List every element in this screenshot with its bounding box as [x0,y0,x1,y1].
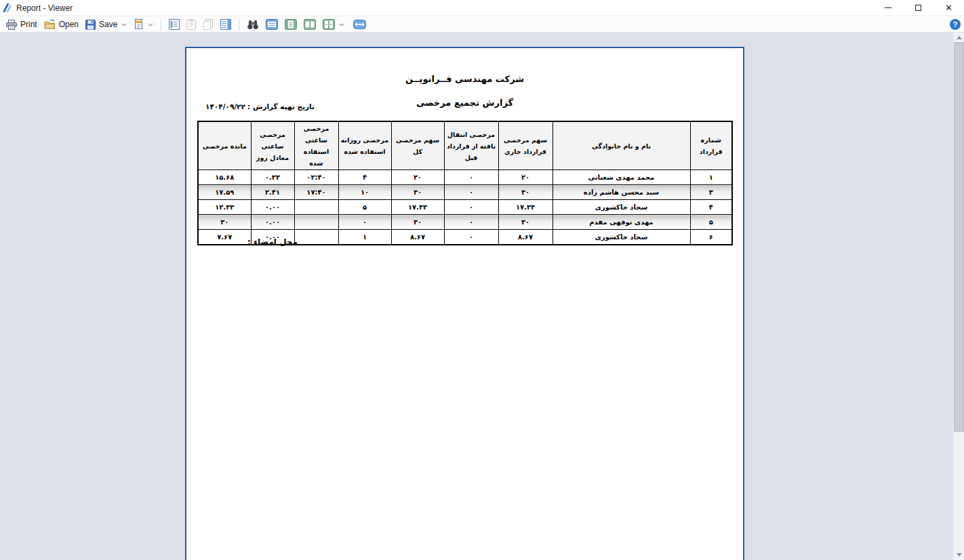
table-cell: سجاد خاکشوری [553,230,690,245]
print-button[interactable]: Print [3,19,41,31]
help-button[interactable]: ? [950,19,961,30]
table-row: ۳۰۰.۰۰۰۳۰۰۳۰مهدی توفهی مقدم۵ [198,215,732,230]
column-header: مرخصی انتقال یافته از قرارداد قبل [444,121,498,170]
clipboard-question-icon: ? [186,19,196,30]
save-button[interactable]: Save [82,19,130,31]
maximize-button[interactable] [903,0,933,16]
table-cell: ۱۷.۳۳ [498,200,553,215]
report-date-value: ۱۴۰۴/۰۹/۲۲ [205,102,245,111]
column-header: مانده مرخصی [198,121,251,170]
close-button[interactable]: ✕ [933,0,964,16]
outline-panel-icon [169,19,180,30]
table-cell: ۰ [444,200,498,215]
maximize-icon [915,5,921,11]
table-cell: ۰ [444,215,498,230]
table-cell: ۰ [338,215,391,230]
table-row: ۱۵.۶۸۰.۳۲۰۲:۴۰۴۲۰۰۲۰محمد مهدی شعبانی۱ [198,170,732,185]
view-mode-dropdown-chevron-icon[interactable] [339,23,344,26]
save-icon [85,20,96,30]
table-header-row: مانده مرخصی مرخصی ساعتی معادل روز مرخصی … [198,121,732,170]
open-folder-icon [44,20,56,29]
table-cell: ۱۷:۴۰ [294,185,338,200]
page-setup-button[interactable] [130,18,157,31]
table-cell: ۱۵.۶۸ [198,170,251,185]
table-cell: ۸.۶۷ [498,230,553,245]
table-columns-button[interactable] [217,18,235,31]
report-table-wrap: مانده مرخصی مرخصی ساعتی معادل روز مرخصی … [197,121,733,245]
table-cell: ۵ [338,200,391,215]
title-bar[interactable]: Report - Viewer ✕ [0,0,964,16]
table-cell: ۰ [444,185,498,200]
company-name: شرکت مهندسی فــرانویــن [186,74,743,84]
copy-pages-icon [203,19,214,30]
fit-page-width-icon [353,20,366,29]
find-button[interactable] [243,19,262,31]
multi-page-grid-view-icon [323,19,335,30]
column-header: نام و نام خانوادگی [553,121,690,170]
column-header: مرخصی ساعتی معادل روز [251,121,294,170]
table-cell: ۱۷.۵۹ [198,185,251,200]
toolbar-separator [161,19,161,31]
table-cell: ۵ [690,215,732,230]
save-label: Save [99,20,117,29]
table-cell: ۰.۳۲ [251,170,294,185]
toolbar-separator [239,19,239,31]
scrollbar-thumb[interactable] [954,42,964,432]
table-cell: ۳۰ [498,215,553,230]
table-cell: ۳ [690,185,732,200]
table-cell: ۶ [690,230,732,245]
table-cell [294,230,338,245]
svg-text:?: ? [190,22,193,28]
open-label: Open [59,20,79,29]
table-cell: ۳۰ [391,215,444,230]
report-page: شرکت مهندسی فــرانویــن گزارش تجمیع مرخص… [185,47,744,560]
close-icon: ✕ [945,3,952,12]
open-button[interactable]: Open [41,19,82,30]
column-header: شماره قرارداد [690,121,732,170]
table-cell: ۲۰ [498,170,553,185]
report-viewport: شرکت مهندسی فــرانویــن گزارش تجمیع مرخص… [0,33,964,560]
table-row: ۱۲.۳۳۰.۰۰۵۱۷.۳۳۰۱۷.۳۳سجاد خاکشوری۴ [198,200,732,215]
table-cell: ۰.۰۰ [251,215,294,230]
table-cell: ۱ [338,230,391,245]
table-cell: ۲.۴۱ [251,185,294,200]
parameters-button[interactable] [165,18,183,31]
table-cell: ۱۰ [338,185,391,200]
table-cell: ۴ [338,170,391,185]
report-date-row: تاریخ تهیه گزارش : ۱۴۰۴/۰۹/۲۲ [205,102,315,111]
fit-page-width-button[interactable] [350,19,369,30]
page-setup-dropdown-chevron-icon[interactable] [148,23,153,26]
report-table: مانده مرخصی مرخصی ساعتی معادل روز مرخصی … [197,121,733,245]
table-cell: ۰.۰۰ [251,200,294,215]
report-table-body: ۱۵.۶۸۰.۳۲۰۲:۴۰۴۲۰۰۲۰محمد مهدی شعبانی۱۱۷.… [198,170,732,245]
view-single-page-button[interactable] [262,18,281,31]
table-cell: ۰۲:۴۰ [294,170,338,185]
view-continuous-button[interactable] [281,18,300,31]
table-cell: سید محسن هاشم زاده [553,185,690,200]
table-cell: ۸.۶۷ [391,230,444,245]
app-logo-icon [2,3,12,13]
table-cell: سجاد خاکشوری [553,200,690,215]
scroll-up-icon[interactable] [957,36,962,39]
column-header: مرخصی روزانه استفاده شده [338,121,391,170]
save-dropdown-chevron-icon[interactable] [121,23,127,26]
signature-label: محل امضاء : [247,237,298,247]
vertical-scrollbar[interactable] [952,33,964,560]
table-cell: ۲۰ [391,170,444,185]
print-label: Print [20,20,37,29]
table-columns-icon [220,19,231,30]
minimize-button[interactable] [872,0,903,16]
column-header: مرخصی ساعتی استفاده شده [294,121,338,170]
table-cell: ۳۰ [198,215,251,230]
table-cell: مهدی توفهی مقدم [553,215,690,230]
continuous-view-icon [285,19,297,30]
table-cell: ۰ [444,230,498,245]
column-header: سهم مرخصی قرارداد جاری [498,121,553,170]
help-icon: ? [953,20,958,28]
binoculars-icon [247,20,259,30]
window-title: Report - Viewer [16,3,73,13]
table-cell: ۱۲.۳۳ [198,200,251,215]
view-multi-page-button[interactable] [319,18,338,31]
view-facing-pages-button[interactable] [300,18,319,31]
scroll-down-icon[interactable] [957,553,962,557]
